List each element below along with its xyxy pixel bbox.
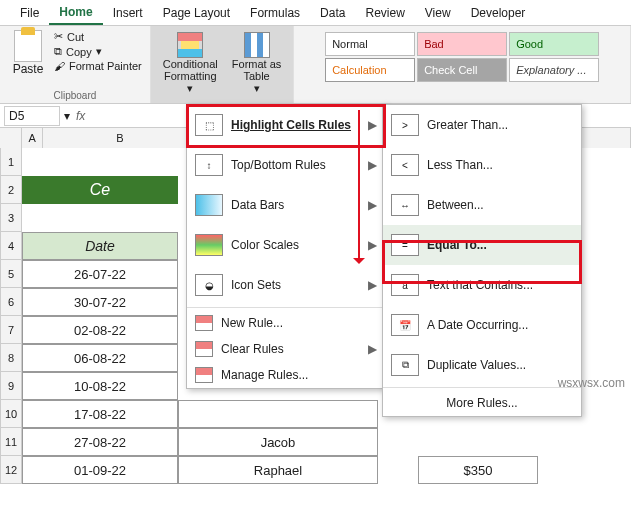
row-10[interactable]: 10: [0, 400, 22, 428]
copy-button[interactable]: ⧉Copy ▾: [54, 45, 142, 58]
chevron-right-icon: ▶: [368, 158, 377, 172]
submenu-greater-than[interactable]: >Greater Than...: [383, 105, 581, 145]
menu-manage-rules[interactable]: Manage Rules...: [187, 362, 385, 388]
group-cond-format: Conditional Formatting ▾ Format as Table…: [151, 26, 295, 103]
chevron-right-icon: ▶: [368, 238, 377, 252]
chevron-right-icon: ▶: [368, 118, 377, 132]
col-B[interactable]: B: [43, 128, 197, 148]
tab-formulas[interactable]: Formulas: [240, 2, 310, 24]
style-check-cell[interactable]: Check Cell: [417, 58, 507, 82]
cell-date[interactable]: 06-08-22: [22, 344, 178, 372]
format-as-table-button[interactable]: Format as Table ▾: [228, 30, 286, 97]
submenu-text-contains[interactable]: aText that Contains...: [383, 265, 581, 305]
colorscales-icon: [195, 234, 223, 256]
row-4[interactable]: 4: [0, 232, 22, 260]
tab-home[interactable]: Home: [49, 1, 102, 25]
cell-date[interactable]: 02-08-22: [22, 316, 178, 344]
tc-label: Text that Contains...: [427, 278, 573, 292]
eq-icon: =: [391, 234, 419, 256]
row-5[interactable]: 5: [0, 260, 22, 288]
tab-file[interactable]: File: [10, 2, 49, 24]
row-1[interactable]: 1: [0, 148, 22, 176]
cell-date[interactable]: 01-09-22: [22, 456, 178, 484]
conditional-formatting-menu: ⬚Highlight Cells Rules▶ ↕Top/Bottom Rule…: [186, 104, 386, 389]
tab-insert[interactable]: Insert: [103, 2, 153, 24]
nr-label: New Rule...: [221, 316, 283, 330]
newrule-icon: [195, 315, 213, 331]
cell-name[interactable]: Jacob: [178, 428, 378, 456]
submenu-equal-to[interactable]: =Equal To...: [383, 225, 581, 265]
group-styles: Normal Bad Good Calculation Check Cell E…: [294, 26, 631, 103]
menu-top-bottom-rules[interactable]: ↕Top/Bottom Rules▶: [187, 145, 385, 185]
lt-label: Less Than...: [427, 158, 573, 172]
cut-button[interactable]: ✂Cut: [54, 30, 142, 43]
menu-highlight-cells-rules[interactable]: ⬚Highlight Cells Rules▶: [187, 105, 385, 145]
chevron-right-icon: ▶: [368, 198, 377, 212]
hcr-label: Highlight Cells Rules: [231, 118, 360, 132]
select-all[interactable]: [0, 128, 22, 148]
tbr-label: Top/Bottom Rules: [231, 158, 360, 172]
hcr-icon: ⬚: [195, 114, 223, 136]
style-normal[interactable]: Normal: [325, 32, 415, 56]
menu-new-rule[interactable]: New Rule...: [187, 310, 385, 336]
format-painter-button[interactable]: 🖌Format Painter: [54, 60, 142, 72]
cell-amount[interactable]: $350: [418, 456, 538, 484]
cell[interactable]: [178, 400, 378, 428]
ribbon: Paste ✂Cut ⧉Copy ▾ 🖌Format Painter Clipb…: [0, 26, 631, 104]
tab-review[interactable]: Review: [355, 2, 414, 24]
submenu-more-rules[interactable]: More Rules...: [383, 390, 581, 416]
submenu-date-occurring[interactable]: 📅A Date Occurring...: [383, 305, 581, 345]
tab-page-layout[interactable]: Page Layout: [153, 2, 240, 24]
row-2[interactable]: 2: [0, 176, 22, 204]
row-8[interactable]: 8: [0, 344, 22, 372]
style-calculation[interactable]: Calculation: [325, 58, 415, 82]
conditional-formatting-button[interactable]: Conditional Formatting ▾: [159, 30, 222, 97]
paste-button[interactable]: Paste: [8, 30, 48, 76]
menu-icon-sets[interactable]: ◒Icon Sets▶: [187, 265, 385, 305]
row-11[interactable]: 11: [0, 428, 22, 456]
mr-label: Manage Rules...: [221, 368, 308, 382]
cell-date[interactable]: 26-07-22: [22, 260, 178, 288]
cell-date[interactable]: 30-07-22: [22, 288, 178, 316]
row-6[interactable]: 6: [0, 288, 22, 316]
dv-label: Duplicate Values...: [427, 358, 573, 372]
submenu-between[interactable]: ↔Between...: [383, 185, 581, 225]
name-box[interactable]: D5: [4, 106, 60, 126]
menu-data-bars[interactable]: Data Bars▶: [187, 185, 385, 225]
submenu-duplicate-values[interactable]: ⧉Duplicate Values...: [383, 345, 581, 385]
row-9[interactable]: 9: [0, 372, 22, 400]
cell-date[interactable]: 27-08-22: [22, 428, 178, 456]
style-explanatory[interactable]: Explanatory ...: [509, 58, 599, 82]
row-3[interactable]: 3: [0, 204, 22, 232]
highlight-cells-submenu: >Greater Than... <Less Than... ↔Between.…: [382, 104, 582, 417]
submenu-less-than[interactable]: <Less Than...: [383, 145, 581, 185]
cell[interactable]: [22, 148, 178, 176]
cell[interactable]: [22, 204, 178, 232]
bw-label: Between...: [427, 198, 573, 212]
dup-icon: ⧉: [391, 354, 419, 376]
cell-date[interactable]: 10-08-22: [22, 372, 178, 400]
cell-name[interactable]: Raphael: [178, 456, 378, 484]
tab-data[interactable]: Data: [310, 2, 355, 24]
clearrules-icon: [195, 341, 213, 357]
title-cell[interactable]: Ce: [22, 176, 178, 204]
tab-view[interactable]: View: [415, 2, 461, 24]
eq-label: Equal To...: [427, 238, 573, 252]
row-7[interactable]: 7: [0, 316, 22, 344]
style-good[interactable]: Good: [509, 32, 599, 56]
tab-developer[interactable]: Developer: [461, 2, 536, 24]
db-label: Data Bars: [231, 198, 360, 212]
tbr-icon: ↕: [195, 154, 223, 176]
date-icon: 📅: [391, 314, 419, 336]
menu-clear-rules[interactable]: Clear Rules▶: [187, 336, 385, 362]
gt-icon: >: [391, 114, 419, 136]
header-date[interactable]: Date: [22, 232, 178, 260]
is-label: Icon Sets: [231, 278, 360, 292]
row-12[interactable]: 12: [0, 456, 22, 484]
fx-icon[interactable]: fx: [70, 109, 91, 123]
cell-date[interactable]: 17-08-22: [22, 400, 178, 428]
col-A[interactable]: A: [22, 128, 44, 148]
cf-label: Conditional Formatting: [163, 58, 218, 82]
scissors-icon: ✂: [54, 30, 63, 43]
style-bad[interactable]: Bad: [417, 32, 507, 56]
